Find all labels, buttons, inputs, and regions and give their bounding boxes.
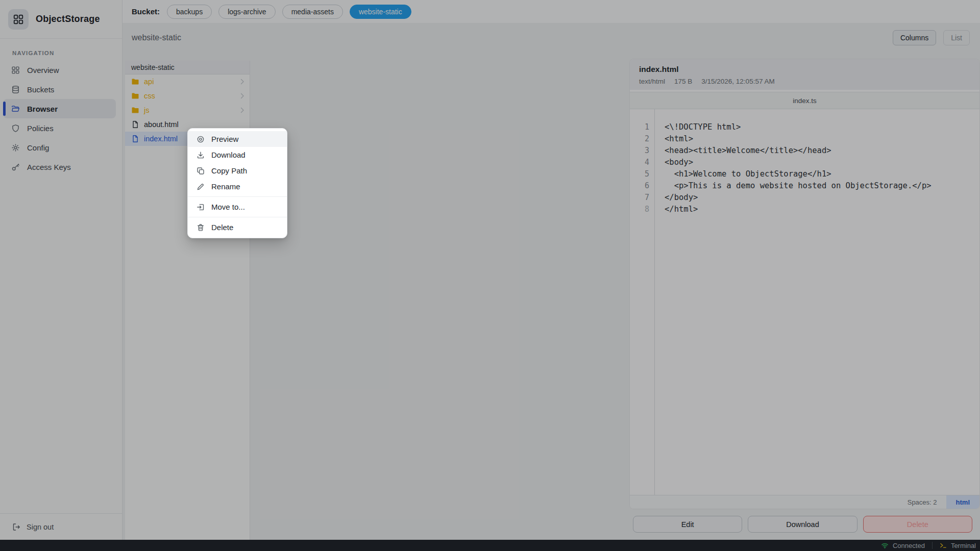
- menu-item-copy-path[interactable]: Copy Path: [188, 163, 287, 179]
- menu-item-preview[interactable]: Preview: [188, 131, 287, 147]
- menu-item-label: Download: [211, 151, 246, 159]
- menu-item-download[interactable]: Download: [188, 147, 287, 163]
- menu-item-label: Copy Path: [211, 166, 247, 175]
- menu-item-label: Move to...: [211, 203, 245, 211]
- menu-item-label: Rename: [211, 182, 240, 191]
- context-menu: PreviewDownloadCopy PathRenameMove to...…: [187, 128, 287, 238]
- menu-item-label: Delete: [211, 223, 233, 232]
- menu-item-label: Preview: [211, 135, 238, 143]
- pencil-icon: [197, 183, 205, 191]
- menu-item-delete[interactable]: Delete: [188, 219, 287, 235]
- modal-backdrop[interactable]: [0, 0, 980, 551]
- trash-icon: [197, 223, 205, 232]
- download-icon: [197, 151, 205, 159]
- menu-item-move-to[interactable]: Move to...: [188, 199, 287, 215]
- object-storage-app: ObjectStorage NAVIGATION OverviewBuckets…: [0, 0, 980, 551]
- menu-item-rename[interactable]: Rename: [188, 179, 287, 194]
- folder-move-icon: [197, 203, 205, 211]
- eye-icon: [197, 135, 205, 143]
- menu-separator: [188, 217, 287, 217]
- copy-icon: [197, 167, 205, 175]
- menu-separator: [188, 196, 287, 197]
